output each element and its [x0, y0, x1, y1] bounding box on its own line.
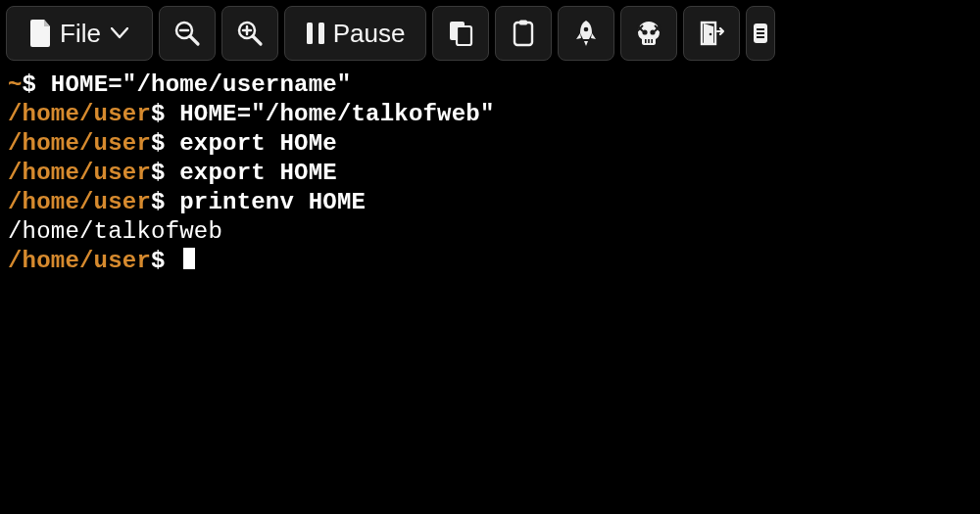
copy-button[interactable]: [432, 6, 489, 61]
svg-point-24: [710, 33, 712, 36]
prompt-symbol: $: [151, 130, 179, 157]
terminal-line: /home/user$ export HOMe: [8, 129, 972, 159]
terminal-line: /home/user$: [8, 247, 972, 276]
svg-rect-16: [645, 39, 647, 43]
prompt-path: /home/user: [8, 101, 151, 127]
prompt-symbol: $: [23, 71, 51, 98]
command-text: HOME="/home/username": [51, 71, 352, 98]
skull-icon: [635, 20, 662, 47]
file-menu-label: File: [60, 19, 101, 49]
zoom-in-icon: [236, 20, 264, 47]
svg-rect-12: [519, 21, 527, 25]
pause-label: Pause: [333, 19, 406, 49]
pause-button[interactable]: Pause: [284, 6, 426, 61]
prompt-path: /home/user: [8, 130, 151, 157]
command-text: HOME="/home/talkofweb": [179, 101, 494, 127]
svg-rect-11: [514, 23, 532, 45]
svg-rect-17: [648, 39, 650, 43]
svg-line-4: [253, 36, 261, 44]
prompt-symbol: $: [151, 248, 179, 274]
prompt-path: ~: [8, 71, 23, 98]
terminal-line: /home/user$ HOME="/home/talkofweb": [8, 100, 972, 129]
svg-line-1: [190, 36, 198, 44]
terminal-output[interactable]: ~$ HOME="/home/username"/home/user$ HOME…: [0, 67, 980, 280]
clipboard-icon: [512, 20, 535, 47]
cursor: [183, 248, 195, 269]
more-icon: [754, 22, 767, 45]
zoom-out-button[interactable]: [159, 6, 216, 61]
file-icon: [30, 20, 52, 47]
zoom-in-button[interactable]: [221, 6, 278, 61]
prompt-symbol: $: [151, 160, 179, 186]
terminal-line: /home/user$ export HOME: [8, 159, 972, 188]
more-button[interactable]: [746, 6, 775, 61]
exit-button[interactable]: [683, 6, 740, 61]
chevron-down-icon: [111, 27, 128, 39]
rocket-button[interactable]: [558, 6, 614, 61]
svg-rect-8: [318, 23, 324, 44]
pause-icon: [306, 22, 325, 45]
rocket-icon: [573, 20, 599, 47]
toolbar: File: [0, 0, 980, 67]
terminal-line: /home/talkofweb: [8, 217, 972, 247]
svg-rect-10: [457, 26, 471, 45]
prompt-path: /home/user: [8, 160, 151, 186]
file-menu-button[interactable]: File: [6, 6, 153, 61]
terminal-line: /home/user$ printenv HOME: [8, 188, 972, 217]
prompt-path: /home/user: [8, 189, 151, 215]
terminal-output-text: /home/talkofweb: [8, 218, 222, 245]
kill-button[interactable]: [620, 6, 677, 61]
prompt-symbol: $: [151, 101, 179, 127]
command-text: printenv HOME: [179, 189, 366, 215]
prompt-symbol: $: [151, 189, 179, 215]
zoom-out-icon: [173, 20, 201, 47]
svg-rect-18: [651, 39, 653, 43]
copy-icon: [448, 20, 473, 47]
svg-point-13: [584, 27, 589, 32]
prompt-path: /home/user: [8, 248, 151, 274]
paste-button[interactable]: [495, 6, 552, 61]
door-exit-icon: [698, 20, 725, 47]
command-text: export HOMe: [179, 130, 337, 157]
terminal-line: ~$ HOME="/home/username": [8, 70, 972, 100]
command-text: export HOME: [179, 160, 337, 186]
svg-rect-7: [307, 23, 313, 44]
